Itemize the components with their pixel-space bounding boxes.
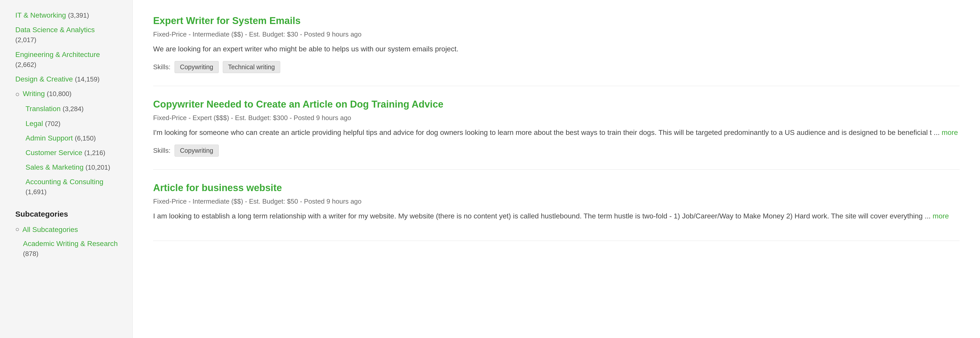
sidebar: IT & Networking (3,391) Data Science & A…	[0, 0, 133, 338]
job-description-1: I'm looking for someone who can create a…	[153, 127, 959, 139]
category-link-it-networking[interactable]: IT & Networking (3,391)	[15, 11, 89, 19]
subcategories-section: Subcategories ○ All Subcategories Academ…	[15, 210, 122, 259]
skill-tag-copywriting-0[interactable]: Copywriting	[175, 61, 219, 73]
main-content: Expert Writer for System Emails Fixed-Pr…	[133, 0, 980, 338]
category-link-admin-support[interactable]: Admin Support (6,150)	[25, 134, 96, 142]
subcategories-title: Subcategories	[15, 210, 122, 218]
skills-label-1: Skills:	[153, 147, 170, 155]
subcategory-link-academic-writing[interactable]: Academic Writing & Research (878)	[23, 239, 122, 258]
job-listing-0: Expert Writer for System Emails Fixed-Pr…	[153, 10, 959, 86]
more-link-2[interactable]: more	[932, 212, 949, 220]
category-link-design[interactable]: Design & Creative (14,159)	[15, 75, 100, 83]
skills-row-0: Skills: Copywriting Technical writing	[153, 61, 959, 73]
category-item-admin-support[interactable]: Admin Support (6,150)	[15, 133, 122, 143]
category-item-design[interactable]: Design & Creative (14,159)	[15, 74, 122, 84]
category-item-customer-service[interactable]: Customer Service (1,216)	[15, 148, 122, 158]
category-link-customer-service[interactable]: Customer Service (1,216)	[25, 149, 105, 156]
job-title-1[interactable]: Copywriter Needed to Create an Article o…	[153, 99, 959, 110]
job-title-0[interactable]: Expert Writer for System Emails	[153, 15, 959, 26]
more-link-1[interactable]: more	[942, 129, 958, 136]
category-link-data-science[interactable]: Data Science & Analytics (2,017)	[15, 26, 95, 44]
skills-row-1: Skills: Copywriting	[153, 145, 959, 156]
category-link-accounting[interactable]: Accounting & Consulting (1,691)	[25, 178, 103, 196]
job-description-0: We are looking for an expert writer who …	[153, 43, 959, 55]
subcategory-link-all[interactable]: All Subcategories	[22, 225, 78, 234]
category-item-it-networking[interactable]: IT & Networking (3,391)	[15, 10, 122, 20]
category-item-data-science[interactable]: Data Science & Analytics (2,017)	[15, 25, 122, 45]
job-listing-2: Article for business website Fixed-Price…	[153, 170, 959, 241]
categories-list: IT & Networking (3,391) Data Science & A…	[15, 10, 122, 197]
job-description-2: I am looking to establish a long term re…	[153, 210, 959, 222]
category-item-engineering[interactable]: Engineering & Architecture (2,662)	[15, 49, 122, 70]
skill-tag-technical-writing-0[interactable]: Technical writing	[223, 61, 280, 73]
job-listing-1: Copywriter Needed to Create an Article o…	[153, 86, 959, 170]
subcategory-all[interactable]: ○ All Subcategories	[15, 225, 122, 234]
job-meta-0: Fixed-Price - Intermediate ($$) - Est. B…	[153, 30, 959, 38]
category-link-translation[interactable]: Translation (3,284)	[25, 105, 84, 113]
job-meta-2: Fixed-Price - Intermediate ($$) - Est. B…	[153, 198, 959, 206]
all-subcategories-bullet: ○	[15, 225, 19, 233]
writing-bullet: ○	[15, 89, 20, 99]
category-link-legal[interactable]: Legal (702)	[25, 120, 60, 128]
subcategory-academic-writing[interactable]: Academic Writing & Research (878)	[15, 239, 122, 258]
category-item-translation[interactable]: Translation (3,284)	[15, 104, 122, 114]
category-link-engineering[interactable]: Engineering & Architecture (2,662)	[15, 51, 100, 69]
category-item-accounting[interactable]: Accounting & Consulting (1,691)	[15, 177, 122, 197]
category-item-sales-marketing[interactable]: Sales & Marketing (10,201)	[15, 162, 122, 172]
skills-label-0: Skills:	[153, 63, 170, 71]
job-title-2[interactable]: Article for business website	[153, 182, 959, 193]
category-item-writing[interactable]: ○ Writing (10,800)	[15, 89, 122, 99]
category-item-legal[interactable]: Legal (702)	[15, 118, 122, 129]
category-link-sales-marketing[interactable]: Sales & Marketing (10,201)	[25, 163, 110, 171]
category-link-writing[interactable]: Writing (10,800)	[23, 89, 72, 99]
skill-tag-copywriting-1[interactable]: Copywriting	[175, 145, 219, 156]
job-meta-1: Fixed-Price - Expert ($$$) - Est. Budget…	[153, 114, 959, 122]
